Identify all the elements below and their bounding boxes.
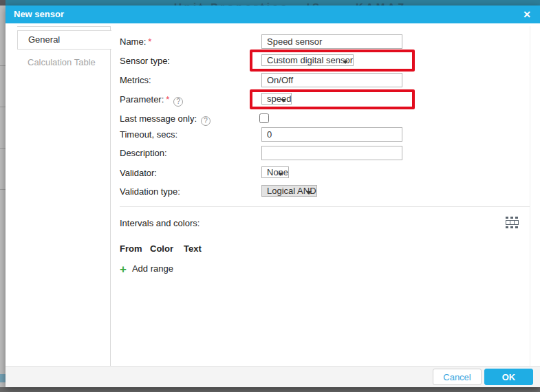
field-row-name: Name:* xyxy=(120,34,540,49)
validation-type-label: Validation type: xyxy=(120,184,180,199)
section-divider xyxy=(120,206,530,207)
column-header-text: Text xyxy=(184,243,202,254)
column-header-from: From xyxy=(120,243,142,254)
validator-select[interactable]: None xyxy=(261,166,289,178)
validation-type-select[interactable]: Logical AND xyxy=(261,185,317,197)
background-row-line xyxy=(0,189,6,190)
field-row-validation-type: Validation type: Logical AND xyxy=(120,184,540,199)
sensor-type-select[interactable]: Custom digital sensor xyxy=(261,54,354,66)
parameter-select[interactable]: speed xyxy=(261,93,292,105)
column-header-color: Color xyxy=(150,243,173,254)
dialog-body: General Calculation Table Name:* Sensor … xyxy=(6,23,540,366)
intervals-grid-icon[interactable] xyxy=(506,217,519,228)
timeout-input[interactable] xyxy=(261,127,402,142)
parameter-value: speed xyxy=(267,94,291,104)
sidebar-divider xyxy=(110,26,111,366)
new-sensor-dialog: New sensor ✕ General Calculation Table N… xyxy=(6,6,540,387)
sensor-type-value: Custom digital sensor xyxy=(267,55,353,65)
chevron-down-icon xyxy=(281,99,286,102)
required-asterisk: * xyxy=(148,36,151,47)
background-bottom-strip xyxy=(0,387,540,392)
chevron-down-icon xyxy=(278,173,283,176)
tabs-top-border xyxy=(17,26,111,27)
metrics-label: Metrics: xyxy=(120,73,151,87)
field-row-last-message-only: Last message only:? xyxy=(120,111,540,126)
dialog-titlebar: New sensor ✕ xyxy=(6,6,540,23)
background-left-strip xyxy=(0,0,6,392)
field-row-sensor-type: Sensor type: Custom digital sensor xyxy=(120,54,540,68)
help-icon[interactable]: ? xyxy=(173,97,183,107)
background-corner xyxy=(0,0,6,6)
add-range-label: Add range xyxy=(132,263,173,274)
name-input[interactable] xyxy=(261,34,402,49)
metrics-input[interactable] xyxy=(261,73,402,87)
field-row-validator: Validator: None xyxy=(120,166,540,180)
add-range-button[interactable]: +Add range xyxy=(120,263,173,275)
tab-calculation-table[interactable]: Calculation Table xyxy=(28,57,96,67)
required-asterisk: * xyxy=(166,94,169,105)
validator-label: Validator: xyxy=(120,166,157,180)
chevron-down-icon xyxy=(343,61,348,64)
last-message-only-checkbox[interactable] xyxy=(259,113,269,123)
cancel-button[interactable]: Cancel xyxy=(433,369,482,385)
field-row-metrics: Metrics: xyxy=(120,73,540,87)
name-label: Name: xyxy=(120,36,146,47)
last-message-only-label: Last message only: xyxy=(120,113,197,124)
chevron-down-icon xyxy=(306,191,312,195)
background-row-line xyxy=(0,65,6,66)
ok-button[interactable]: OK xyxy=(484,369,533,385)
screen: Unit Properties - IS KAMAZ New sensor ✕ … xyxy=(0,0,540,392)
help-icon[interactable]: ? xyxy=(201,116,210,126)
field-row-description: Description: xyxy=(120,146,540,160)
description-input[interactable] xyxy=(261,146,402,160)
dialog-footer: Cancel OK xyxy=(6,366,540,387)
parameter-label: Parameter: xyxy=(120,94,164,105)
plus-icon: + xyxy=(120,263,127,275)
sensor-type-label: Sensor type: xyxy=(120,54,170,68)
background-blue-element xyxy=(0,374,6,382)
field-row-timeout: Timeout, secs: xyxy=(120,127,540,142)
dialog-title: New sensor xyxy=(14,6,64,23)
tab-general[interactable]: General xyxy=(17,30,111,50)
timeout-label: Timeout, secs: xyxy=(120,127,177,142)
background-row-line xyxy=(0,107,6,107)
field-row-parameter: Parameter:*? speed xyxy=(120,92,540,107)
background-row-line xyxy=(0,148,6,149)
close-icon[interactable]: ✕ xyxy=(521,6,533,23)
description-label: Description: xyxy=(120,146,167,160)
intervals-and-colors-label: Intervals and colors: xyxy=(120,218,199,228)
